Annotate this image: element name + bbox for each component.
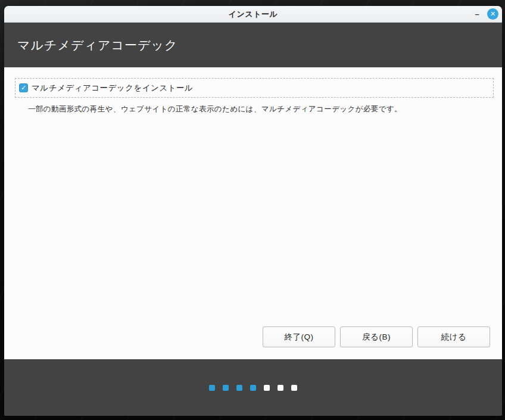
back-button[interactable]: 戻る(B)	[340, 326, 413, 347]
page-header: マルチメディアコーデック	[4, 23, 502, 67]
progress-step-5	[264, 385, 270, 391]
progress-step-7	[291, 385, 297, 391]
quit-button[interactable]: 終了(Q)	[263, 326, 335, 347]
main-content: ✓ マルチメディアコーデックをインストール 一部の動画形式の再生や、ウェブサイト…	[4, 67, 502, 359]
checkbox-checked-icon[interactable]: ✓	[19, 83, 28, 92]
install-codecs-checkbox-row[interactable]: ✓ マルチメディアコーデックをインストール	[15, 78, 494, 98]
codec-description-text: 一部の動画形式の再生や、ウェブサイトの正常な表示のためには、マルチメディアコーデ…	[28, 104, 402, 114]
progress-step-3	[236, 385, 242, 391]
dialog-buttons: 終了(Q) 戻る(B) 続ける	[263, 326, 490, 347]
titlebar[interactable]: インストール – ✕	[4, 6, 502, 23]
continue-button[interactable]: 続ける	[417, 326, 490, 347]
progress-step-2	[223, 385, 229, 391]
installer-window: インストール – ✕ マルチメディアコーデック ✓ マルチメディアコーデックをイ…	[4, 6, 502, 416]
desktop-background: { "window": { "title": "インストール" }, "icon…	[0, 0, 505, 420]
close-icon[interactable]: ✕	[487, 8, 498, 20]
progress-step-4	[250, 385, 256, 391]
progress-step-6	[278, 385, 283, 391]
window-title: インストール	[229, 9, 278, 20]
progress-footer	[4, 359, 502, 416]
window-controls: – ✕	[472, 6, 498, 22]
checkbox-label: マルチメディアコーデックをインストール	[32, 83, 193, 94]
minimize-icon[interactable]: –	[472, 10, 482, 19]
progress-step-1	[209, 385, 215, 391]
page-title: マルチメディアコーデック	[17, 37, 177, 54]
